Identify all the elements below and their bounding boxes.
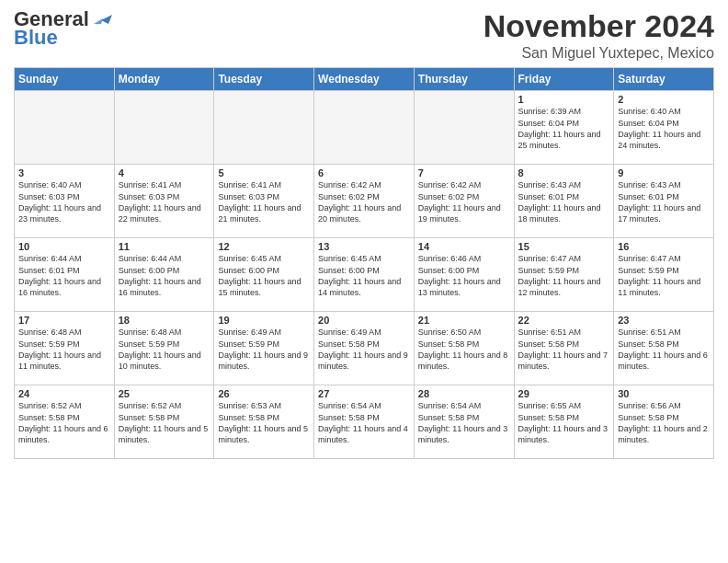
table-row: 11Sunrise: 6:44 AM Sunset: 6:00 PM Dayli… <box>114 238 214 312</box>
cell-info: Sunrise: 6:42 AM Sunset: 6:02 PM Dayligh… <box>418 179 510 224</box>
table-row: 15Sunrise: 6:47 AM Sunset: 5:59 PM Dayli… <box>514 238 614 312</box>
day-number: 29 <box>518 388 610 399</box>
day-number: 12 <box>218 241 310 252</box>
cell-info: Sunrise: 6:42 AM Sunset: 6:02 PM Dayligh… <box>318 179 410 224</box>
col-wednesday: Wednesday <box>314 68 415 91</box>
day-number: 16 <box>618 241 710 252</box>
day-number: 10 <box>18 241 110 252</box>
table-row: 8Sunrise: 6:43 AM Sunset: 6:01 PM Daylig… <box>514 165 614 238</box>
table-row: 23Sunrise: 6:51 AM Sunset: 5:58 PM Dayli… <box>614 312 714 385</box>
day-number: 9 <box>618 167 710 178</box>
calendar-week-row: 17Sunrise: 6:48 AM Sunset: 5:59 PM Dayli… <box>15 312 714 385</box>
day-number: 6 <box>318 167 410 178</box>
day-number: 22 <box>518 315 610 326</box>
day-number: 4 <box>119 167 210 178</box>
col-tuesday: Tuesday <box>214 68 314 91</box>
table-row: 3Sunrise: 6:40 AM Sunset: 6:03 PM Daylig… <box>15 165 115 238</box>
table-row: 2Sunrise: 6:40 AM Sunset: 6:04 PM Daylig… <box>614 91 714 165</box>
table-row <box>114 91 214 165</box>
cell-info: Sunrise: 6:47 AM Sunset: 5:59 PM Dayligh… <box>618 253 710 298</box>
calendar-week-row: 10Sunrise: 6:44 AM Sunset: 6:01 PM Dayli… <box>15 238 714 312</box>
table-row: 1Sunrise: 6:39 AM Sunset: 6:04 PM Daylig… <box>514 91 614 165</box>
table-row: 27Sunrise: 6:54 AM Sunset: 5:58 PM Dayli… <box>314 385 415 459</box>
table-row: 6Sunrise: 6:42 AM Sunset: 6:02 PM Daylig… <box>314 165 415 238</box>
table-row: 25Sunrise: 6:52 AM Sunset: 5:58 PM Dayli… <box>114 385 214 459</box>
table-row: 28Sunrise: 6:54 AM Sunset: 5:58 PM Dayli… <box>414 385 514 459</box>
day-number: 1 <box>518 94 610 105</box>
day-number: 30 <box>618 388 710 399</box>
day-number: 17 <box>18 315 110 326</box>
table-row: 4Sunrise: 6:41 AM Sunset: 6:03 PM Daylig… <box>114 165 214 238</box>
cell-info: Sunrise: 6:51 AM Sunset: 5:58 PM Dayligh… <box>518 327 610 372</box>
cell-info: Sunrise: 6:48 AM Sunset: 5:59 PM Dayligh… <box>119 327 210 372</box>
day-number: 3 <box>18 167 110 178</box>
day-number: 24 <box>18 388 110 399</box>
day-number: 13 <box>318 241 410 252</box>
cell-info: Sunrise: 6:49 AM Sunset: 5:59 PM Dayligh… <box>218 327 310 372</box>
day-number: 15 <box>518 241 610 252</box>
day-number: 5 <box>218 167 310 178</box>
table-row: 21Sunrise: 6:50 AM Sunset: 5:58 PM Dayli… <box>414 312 514 385</box>
table-row: 22Sunrise: 6:51 AM Sunset: 5:58 PM Dayli… <box>514 312 614 385</box>
cell-info: Sunrise: 6:45 AM Sunset: 6:00 PM Dayligh… <box>318 253 410 298</box>
location-subtitle: San Miguel Yuxtepec, Mexico <box>483 45 714 62</box>
cell-info: Sunrise: 6:56 AM Sunset: 5:58 PM Dayligh… <box>618 400 710 445</box>
day-number: 11 <box>119 241 210 252</box>
col-friday: Friday <box>514 68 614 91</box>
day-number: 2 <box>618 94 710 105</box>
table-row: 20Sunrise: 6:49 AM Sunset: 5:58 PM Dayli… <box>314 312 415 385</box>
cell-info: Sunrise: 6:40 AM Sunset: 6:03 PM Dayligh… <box>18 179 110 224</box>
cell-info: Sunrise: 6:47 AM Sunset: 5:59 PM Dayligh… <box>518 253 610 298</box>
table-row: 30Sunrise: 6:56 AM Sunset: 5:58 PM Dayli… <box>614 385 714 459</box>
cell-info: Sunrise: 6:53 AM Sunset: 5:58 PM Dayligh… <box>218 400 310 445</box>
col-sunday: Sunday <box>15 68 115 91</box>
cell-info: Sunrise: 6:43 AM Sunset: 6:01 PM Dayligh… <box>518 179 610 224</box>
table-row: 18Sunrise: 6:48 AM Sunset: 5:59 PM Dayli… <box>114 312 214 385</box>
cell-info: Sunrise: 6:49 AM Sunset: 5:58 PM Dayligh… <box>318 327 410 372</box>
table-row: 16Sunrise: 6:47 AM Sunset: 5:59 PM Dayli… <box>614 238 714 312</box>
page-container: General Blue November 2024 San Miguel Yu… <box>0 0 728 464</box>
table-row <box>214 91 314 165</box>
cell-info: Sunrise: 6:50 AM Sunset: 5:58 PM Dayligh… <box>418 327 510 372</box>
cell-info: Sunrise: 6:46 AM Sunset: 6:00 PM Dayligh… <box>418 253 510 298</box>
cell-info: Sunrise: 6:43 AM Sunset: 6:01 PM Dayligh… <box>618 179 710 224</box>
table-row <box>414 91 514 165</box>
day-number: 27 <box>318 388 410 399</box>
calendar-header-row: Sunday Monday Tuesday Wednesday Thursday… <box>15 68 714 91</box>
day-number: 14 <box>418 241 510 252</box>
day-number: 19 <box>218 315 310 326</box>
day-number: 7 <box>418 167 510 178</box>
cell-info: Sunrise: 6:54 AM Sunset: 5:58 PM Dayligh… <box>418 400 510 445</box>
table-row <box>314 91 415 165</box>
table-row: 10Sunrise: 6:44 AM Sunset: 6:01 PM Dayli… <box>15 238 115 312</box>
cell-info: Sunrise: 6:51 AM Sunset: 5:58 PM Dayligh… <box>618 327 710 372</box>
day-number: 28 <box>418 388 510 399</box>
day-number: 23 <box>618 315 710 326</box>
svg-marker-1 <box>94 18 103 24</box>
day-number: 21 <box>418 315 510 326</box>
day-number: 20 <box>318 315 410 326</box>
month-title: November 2024 <box>483 9 714 43</box>
cell-info: Sunrise: 6:48 AM Sunset: 5:59 PM Dayligh… <box>18 327 110 372</box>
calendar-week-row: 24Sunrise: 6:52 AM Sunset: 5:58 PM Dayli… <box>15 385 714 459</box>
table-row: 14Sunrise: 6:46 AM Sunset: 6:00 PM Dayli… <box>414 238 514 312</box>
table-row: 26Sunrise: 6:53 AM Sunset: 5:58 PM Dayli… <box>214 385 314 459</box>
cell-info: Sunrise: 6:41 AM Sunset: 6:03 PM Dayligh… <box>218 179 310 224</box>
cell-info: Sunrise: 6:52 AM Sunset: 5:58 PM Dayligh… <box>18 400 110 445</box>
table-row: 17Sunrise: 6:48 AM Sunset: 5:59 PM Dayli… <box>15 312 115 385</box>
calendar-week-row: 3Sunrise: 6:40 AM Sunset: 6:03 PM Daylig… <box>15 165 714 238</box>
logo-wing-icon <box>92 11 112 28</box>
cell-info: Sunrise: 6:54 AM Sunset: 5:58 PM Dayligh… <box>318 400 410 445</box>
header: General Blue November 2024 San Miguel Yu… <box>14 9 714 62</box>
col-saturday: Saturday <box>614 68 714 91</box>
table-row: 13Sunrise: 6:45 AM Sunset: 6:00 PM Dayli… <box>314 238 415 312</box>
cell-info: Sunrise: 6:45 AM Sunset: 6:00 PM Dayligh… <box>218 253 310 298</box>
cell-info: Sunrise: 6:40 AM Sunset: 6:04 PM Dayligh… <box>618 106 710 151</box>
cell-info: Sunrise: 6:44 AM Sunset: 6:00 PM Dayligh… <box>119 253 210 298</box>
cell-info: Sunrise: 6:39 AM Sunset: 6:04 PM Dayligh… <box>518 106 610 151</box>
table-row <box>15 91 115 165</box>
cell-info: Sunrise: 6:52 AM Sunset: 5:58 PM Dayligh… <box>119 400 210 445</box>
calendar-table: Sunday Monday Tuesday Wednesday Thursday… <box>14 67 714 459</box>
col-thursday: Thursday <box>414 68 514 91</box>
col-monday: Monday <box>114 68 214 91</box>
